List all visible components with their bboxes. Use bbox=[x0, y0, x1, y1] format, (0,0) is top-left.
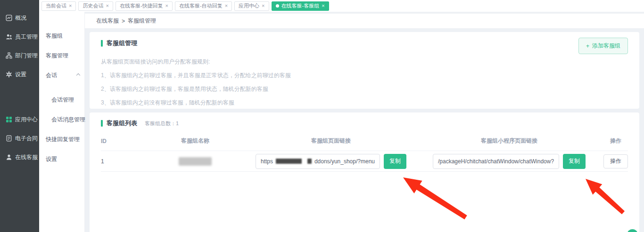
redacted-url-segment bbox=[276, 159, 302, 164]
tab-label: 在线客服-自动回复 bbox=[179, 2, 223, 9]
submenu-label: 客服管理 bbox=[46, 52, 68, 59]
service-icon bbox=[6, 154, 12, 160]
submenu-label: 客服组 bbox=[46, 32, 63, 39]
plus-icon: + bbox=[586, 43, 589, 49]
tab-label: 在线客服-客服组 bbox=[281, 2, 320, 9]
breadcrumb-parent[interactable]: 在线客服 bbox=[96, 17, 119, 25]
title-accent-bar bbox=[101, 40, 103, 47]
sidebar-item-app-center[interactable]: 应用中心 bbox=[0, 110, 39, 129]
table-header-row: ID 客服组名称 客服组页面链接 客服组小程序页面链接 操作 bbox=[101, 131, 628, 151]
submenu-item-settings[interactable]: 设置 bbox=[39, 149, 84, 169]
tab-bar: 当前会话 × 历史会话 × 在线客服-快捷回复 × 在线客服-自动回复 × 应用… bbox=[39, 0, 644, 12]
chevron-up-icon bbox=[76, 73, 80, 77]
departments-icon bbox=[6, 52, 12, 59]
close-icon[interactable]: × bbox=[69, 3, 72, 8]
column-header-action: 操作 bbox=[603, 137, 628, 145]
section-title-text: 客服组管理 bbox=[107, 39, 137, 48]
submenu-item-session-message-management[interactable]: 会话消息管理 bbox=[39, 110, 84, 129]
close-icon[interactable]: × bbox=[262, 3, 264, 8]
submenu-item-quick-reply-management[interactable]: 快捷回复管理 bbox=[39, 129, 84, 149]
tab-label: 当前会话 bbox=[46, 2, 66, 9]
url-prefix: https bbox=[261, 158, 273, 165]
redacted-group-name bbox=[179, 157, 212, 166]
overview-icon bbox=[6, 15, 12, 21]
submenu-label: 会话消息管理 bbox=[51, 116, 85, 123]
app-window: 概况 员工管理 部门管理 设置 应用中心 电子合同 在线客服 当前会话 bbox=[0, 0, 644, 232]
redacted-url-segment bbox=[307, 159, 311, 164]
submenu-item-service-group[interactable]: 客服组 bbox=[39, 26, 84, 46]
cell-page-link: https ddons/yun_shop/?menu 复制 bbox=[247, 154, 415, 169]
sidebar-item-online-service[interactable]: 在线客服 bbox=[0, 148, 39, 167]
submenu-label: 快捷回复管理 bbox=[46, 136, 80, 143]
sidebar-item-label: 电子合同 bbox=[15, 135, 38, 143]
tab-label: 在线客服-快捷回复 bbox=[120, 2, 163, 9]
submenu-label: 会话 bbox=[46, 72, 57, 79]
group-list-card: 客服组列表 客服组总数：1 ID 客服组名称 客服组页面链接 客服组小程序页面链… bbox=[90, 112, 639, 232]
copy-mini-link-button[interactable]: 复制 bbox=[563, 154, 586, 169]
sidebar-item-label: 设置 bbox=[15, 71, 26, 79]
sidebar-item-overview[interactable]: 概况 bbox=[0, 8, 39, 27]
sidebar-item-label: 部门管理 bbox=[15, 52, 38, 60]
sidebar-item-employees[interactable]: 员工管理 bbox=[0, 27, 39, 46]
sidebar-item-settings[interactable]: 设置 bbox=[0, 65, 39, 84]
table-row: 1 https ddons/yun_shop/?menu 复制 复制 bbox=[101, 151, 628, 172]
breadcrumb: 在线客服 > 客服组管理 bbox=[85, 14, 644, 28]
submenu-label: 会话管理 bbox=[51, 96, 74, 103]
mini-link-input[interactable] bbox=[433, 154, 559, 169]
close-icon[interactable]: × bbox=[106, 3, 108, 8]
main-content: 在线客服 > 客服组管理 客服组管理 + 添加客服组 从客服组页面链接访问的用户… bbox=[85, 12, 644, 232]
rule-item-2: 2、该客服组内之前聊过客服，客服是禁用状态，随机分配新的客服 bbox=[101, 85, 628, 93]
breadcrumb-current: 客服组管理 bbox=[128, 17, 156, 25]
tab-label: 应用中心 bbox=[239, 2, 259, 9]
sidebar-item-label: 在线客服 bbox=[15, 153, 38, 161]
column-header-id: ID bbox=[101, 138, 143, 144]
title-accent-bar bbox=[101, 120, 103, 127]
tab-app-center[interactable]: 应用中心 × bbox=[234, 1, 269, 11]
cell-id: 1 bbox=[101, 158, 143, 165]
breadcrumb-separator: > bbox=[122, 18, 125, 24]
section-title-group-management: 客服组管理 bbox=[101, 39, 628, 48]
submenu-item-session[interactable]: 会话 bbox=[39, 65, 84, 85]
sidebar-item-label: 应用中心 bbox=[15, 116, 38, 124]
url-suffix: ddons/yun_shop/?menu bbox=[314, 158, 375, 165]
close-icon[interactable]: × bbox=[225, 3, 228, 8]
tab-history-session[interactable]: 历史会话 × bbox=[78, 1, 113, 11]
tab-label: 历史会话 bbox=[83, 2, 103, 9]
rule-item-3: 3、该客服组内之前没有聊过客服，随机分配新的客服 bbox=[101, 99, 628, 106]
group-management-card: 客服组管理 + 添加客服组 从客服组页面链接访问的用户分配客服规则: 1、该客服… bbox=[90, 32, 639, 109]
main-sidebar: 概况 员工管理 部门管理 设置 应用中心 电子合同 在线客服 bbox=[0, 0, 39, 232]
section-title-text: 客服组列表 bbox=[107, 119, 137, 128]
add-service-group-button[interactable]: + 添加客服组 bbox=[578, 38, 628, 54]
row-action-button[interactable]: 操作 bbox=[603, 154, 628, 168]
group-total-label: 客服组总数：1 bbox=[145, 120, 179, 127]
sidebar-item-label: 概况 bbox=[15, 14, 26, 22]
column-header-name: 客服组名称 bbox=[143, 137, 247, 145]
rules-title: 从客服组页面链接访问的用户分配客服规则: bbox=[101, 58, 628, 65]
assignment-rules: 从客服组页面链接访问的用户分配客服规则: 1、该客服组内之前聊过客服，并且客服是… bbox=[101, 58, 628, 106]
tab-current-session[interactable]: 当前会话 × bbox=[41, 1, 76, 11]
close-icon[interactable]: × bbox=[165, 3, 168, 8]
sidebar-item-departments[interactable]: 部门管理 bbox=[0, 46, 39, 65]
section-title-group-list: 客服组列表 客服组总数：1 bbox=[101, 119, 628, 128]
tab-quick-reply[interactable]: 在线客服-快捷回复 × bbox=[116, 1, 173, 11]
cell-group-name bbox=[143, 157, 247, 166]
tab-auto-reply[interactable]: 在线客服-自动回复 × bbox=[175, 1, 232, 11]
sub-sidebar: 客服组 客服管理 会话 会话管理 会话消息管理 快捷回复管理 设置 bbox=[39, 12, 85, 232]
sidebar-item-label: 员工管理 bbox=[15, 33, 38, 41]
close-icon[interactable]: × bbox=[322, 3, 324, 8]
submenu-item-session-management[interactable]: 会话管理 bbox=[39, 90, 84, 110]
submenu-item-service-management[interactable]: 客服管理 bbox=[39, 46, 84, 65]
rule-item-1: 1、该客服组内之前聊过客服，并且客服是正常状态，分配给之前聊过的客服 bbox=[101, 72, 628, 79]
apps-icon bbox=[6, 116, 12, 123]
cell-action: 操作 bbox=[603, 154, 628, 168]
settings-icon bbox=[6, 71, 12, 78]
sidebar-item-e-contract[interactable]: 电子合同 bbox=[0, 129, 39, 148]
add-button-label: 添加客服组 bbox=[592, 42, 620, 50]
cell-mini-link: 复制 bbox=[415, 154, 603, 169]
column-header-page-link: 客服组页面链接 bbox=[247, 137, 415, 145]
tab-service-group-active[interactable]: 在线客服-客服组 × bbox=[272, 1, 329, 11]
page-link-input[interactable]: https ddons/yun_shop/?menu bbox=[256, 154, 380, 169]
active-tab-dot bbox=[276, 4, 279, 8]
copy-page-link-button[interactable]: 复制 bbox=[384, 154, 406, 169]
employees-icon bbox=[6, 33, 12, 40]
